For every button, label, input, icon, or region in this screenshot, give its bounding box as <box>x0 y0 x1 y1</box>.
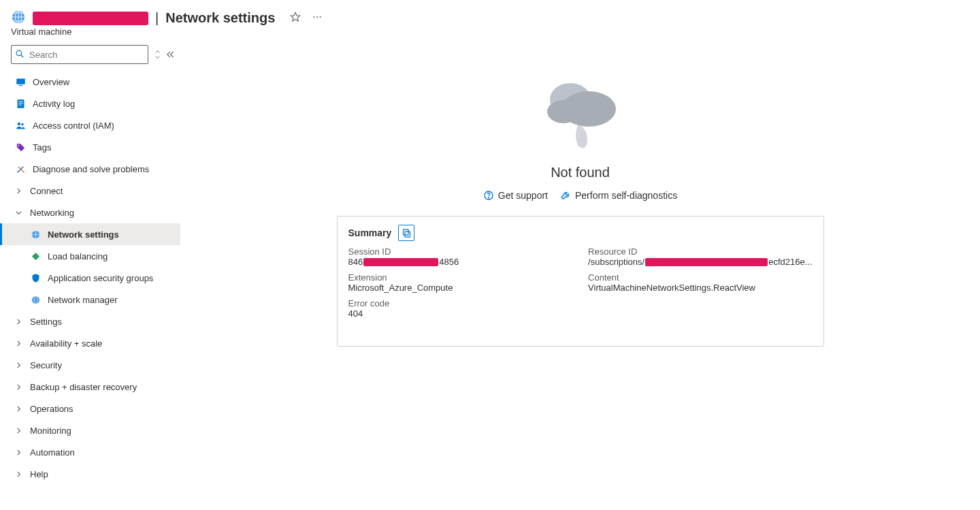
action-label: Get support <box>498 190 548 201</box>
more-menu-icon[interactable] <box>312 12 323 25</box>
sidebar-item-asg[interactable]: Application security groups <box>0 267 180 289</box>
svg-point-6 <box>16 50 22 56</box>
chevron-right-icon <box>14 318 23 325</box>
action-row: Get support Perform self-diagnostics <box>483 190 677 201</box>
sidebar-item-load-balancing[interactable]: Load balancing <box>0 245 180 267</box>
summary-error-code: Error code 404 <box>348 298 572 319</box>
field-label: Content <box>588 272 812 283</box>
people-icon <box>15 121 26 131</box>
sidebar-item-automation[interactable]: Automation <box>0 441 180 463</box>
page-title: Network settings <box>165 10 275 26</box>
sidebar-item-label: Operations <box>30 404 74 413</box>
copy-summary-button[interactable] <box>398 225 414 241</box>
sidebar-item-label: Network manager <box>48 296 118 304</box>
svg-rect-8 <box>16 78 25 84</box>
wrench-icon <box>560 190 571 201</box>
svg-rect-11 <box>18 101 22 101</box>
sidebar-item-network-manager[interactable]: Network manager <box>0 289 180 310</box>
svg-point-25 <box>547 100 580 123</box>
sidebar-item-overview[interactable]: Overview <box>0 71 180 93</box>
sidebar-search[interactable] <box>11 45 148 64</box>
notfound-title: Not found <box>551 165 610 180</box>
field-value: Microsoft_Azure_Compute <box>348 283 572 293</box>
expand-collapse-icon[interactable] <box>154 50 161 59</box>
svg-rect-12 <box>18 103 22 103</box>
svg-point-16 <box>18 144 19 146</box>
page-title-row: | Network settings <box>33 10 275 26</box>
chevron-right-icon <box>14 427 23 434</box>
search-icon <box>15 49 24 61</box>
field-value: /subscriptions/ ecfd216e... <box>588 257 812 267</box>
field-label: Resource ID <box>588 246 812 257</box>
sidebar-item-label: Monitoring <box>30 426 71 435</box>
self-diagnostics-link[interactable]: Perform self-diagnostics <box>560 190 677 201</box>
sidebar-item-help[interactable]: Help <box>0 463 180 485</box>
sidebar-item-label: Availability + scale <box>30 339 102 348</box>
field-value: 846 4856 <box>348 257 572 267</box>
summary-extension: Extension Microsoft_Azure_Compute <box>348 272 572 293</box>
sidebar-item-network-settings[interactable]: Network settings <box>0 223 180 245</box>
svg-rect-28 <box>405 232 410 237</box>
svg-line-18 <box>18 166 24 172</box>
shield-icon <box>30 273 41 283</box>
load-balancing-icon <box>30 251 41 261</box>
get-support-link[interactable]: Get support <box>483 190 548 201</box>
sidebar-item-operations[interactable]: Operations <box>0 398 180 419</box>
sidebar-item-networking[interactable]: Networking <box>0 202 180 223</box>
svg-point-27 <box>488 197 489 198</box>
svg-point-3 <box>314 16 315 18</box>
sidebar-item-label: Help <box>30 470 48 479</box>
sidebar-item-label: Load balancing <box>48 252 108 261</box>
sidebar-item-availability[interactable]: Availability + scale <box>0 332 180 354</box>
sidebar-item-backup[interactable]: Backup + disaster recovery <box>0 376 180 398</box>
sidebar-item-label: Overview <box>33 78 69 86</box>
main-content: Not found Get support Perform self-diagn… <box>180 37 980 485</box>
svg-marker-20 <box>31 252 39 259</box>
sidebar-item-monitoring[interactable]: Monitoring <box>0 419 180 441</box>
sidebar-item-label: Networking <box>30 208 74 217</box>
summary-title: Summary <box>348 227 392 238</box>
field-label: Session ID <box>348 246 572 257</box>
svg-marker-2 <box>291 12 300 21</box>
svg-point-5 <box>320 16 321 18</box>
sidebar-item-label: Tags <box>33 143 51 152</box>
redacted-value <box>645 258 768 266</box>
chevron-right-icon <box>14 340 23 347</box>
summary-content: Content VirtualMachineNetworkSettings.Re… <box>588 272 812 293</box>
help-circle-icon <box>483 190 494 201</box>
sidebar-item-security[interactable]: Security <box>0 354 180 376</box>
sidebar-item-iam[interactable]: Access control (IAM) <box>0 114 180 136</box>
favorite-star-icon[interactable] <box>290 12 301 25</box>
sidebar: Overview Activity log Access control (IA… <box>0 37 180 485</box>
sidebar-item-tags[interactable]: Tags <box>0 136 180 158</box>
field-value: VirtualMachineNetworkSettings.ReactView <box>588 283 812 293</box>
chevron-right-icon <box>14 362 23 369</box>
field-label: Extension <box>348 272 572 283</box>
collapse-sidebar-icon[interactable] <box>165 50 175 59</box>
svg-point-15 <box>21 123 24 125</box>
sidebar-item-settings[interactable]: Settings <box>0 310 180 332</box>
field-label: Error code <box>348 298 572 308</box>
redacted-value <box>363 258 438 266</box>
field-value: 404 <box>348 308 572 319</box>
summary-session-id: Session ID 846 4856 <box>348 246 572 267</box>
sidebar-item-label: Automation <box>30 448 75 457</box>
sidebar-item-activity-log[interactable]: Activity log <box>0 93 180 114</box>
sidebar-item-label: Diagnose and solve problems <box>33 165 149 174</box>
network-manager-icon <box>30 295 41 305</box>
summary-box: Summary Session ID 846 4856 <box>337 216 824 347</box>
chevron-down-icon <box>14 209 23 217</box>
svg-point-14 <box>17 122 20 125</box>
summary-resource-id: Resource ID /subscriptions/ ecfd216e... <box>588 246 812 267</box>
page-subtitle: Virtual machine <box>0 27 980 37</box>
sidebar-item-connect[interactable]: Connect <box>0 180 180 202</box>
sidebar-item-label: Activity log <box>33 99 75 108</box>
sidebar-item-diagnose[interactable]: Diagnose and solve problems <box>0 158 180 180</box>
sidebar-item-label: Settings <box>30 317 62 326</box>
svg-line-17 <box>17 166 23 172</box>
page-header: | Network settings <box>0 0 980 27</box>
tag-icon <box>15 142 26 153</box>
chevron-right-icon <box>14 471 23 478</box>
sidebar-search-input[interactable] <box>11 45 148 64</box>
tools-icon <box>15 164 26 174</box>
